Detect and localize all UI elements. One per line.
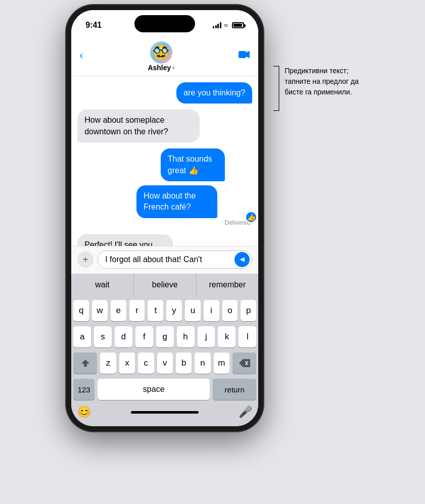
key-b[interactable]: b bbox=[176, 352, 192, 374]
contact-name-chevron-icon: › bbox=[172, 64, 174, 71]
key-r[interactable]: r bbox=[129, 300, 145, 321]
status-icons: ≈ bbox=[213, 21, 244, 29]
send-arrow-icon: ▲ bbox=[238, 256, 246, 264]
avatar[interactable]: 🥸 bbox=[150, 41, 172, 64]
video-call-button[interactable] bbox=[238, 49, 250, 62]
annotation-text: Предиктивни текст;тапните на предлог даб… bbox=[285, 66, 359, 97]
signal-bar-1 bbox=[213, 26, 214, 28]
wifi-icon: ≈ bbox=[224, 21, 228, 29]
message-text-2: That sounds great 👍 bbox=[168, 155, 212, 174]
numbers-button[interactable]: 123 bbox=[73, 379, 95, 400]
contact-name-text: Ashley bbox=[148, 64, 171, 72]
keyboard-row-3: z x c v b n m bbox=[73, 352, 256, 374]
key-o[interactable]: o bbox=[222, 300, 238, 321]
battery-icon bbox=[232, 22, 244, 28]
keyboard-bottom-row: 123 space return bbox=[73, 379, 256, 400]
message-input[interactable]: I forgot all about that! Can't ▲ bbox=[98, 250, 252, 269]
key-j[interactable]: j bbox=[198, 326, 215, 347]
key-x[interactable]: x bbox=[119, 352, 135, 374]
keyboard-row-1: q w e r t y u i o p bbox=[73, 300, 256, 321]
numbers-label: 123 bbox=[78, 385, 90, 394]
message-bubble-sent-3: How about the French café? bbox=[136, 185, 217, 218]
microphone-button[interactable]: 🎤 bbox=[239, 406, 252, 419]
return-button[interactable]: return bbox=[213, 379, 256, 400]
annotation-bracket bbox=[273, 66, 279, 111]
signal-bars-icon bbox=[213, 22, 221, 28]
message-bubble-received-4: Perfect! I'll see you there at 10:30. bbox=[77, 234, 173, 246]
svg-marker-1 bbox=[246, 51, 250, 58]
key-w[interactable]: w bbox=[92, 300, 108, 321]
key-y[interactable]: y bbox=[166, 300, 182, 321]
message-row-partial: are you thinking? bbox=[77, 82, 252, 104]
nav-top: ‹ 🥸 Ashley › bbox=[79, 39, 250, 72]
key-e[interactable]: e bbox=[111, 300, 126, 321]
tapback-container-4: Perfect! I'll see you there at 10:30. 👍 bbox=[77, 234, 214, 246]
key-t[interactable]: t bbox=[148, 300, 163, 321]
key-k[interactable]: k bbox=[218, 326, 235, 347]
contact-info: 🥸 Ashley › bbox=[148, 41, 174, 72]
key-p[interactable]: p bbox=[241, 300, 256, 321]
annotation-panel: Предиктивни текст;тапните на предлог даб… bbox=[273, 66, 359, 111]
predictive-word-1[interactable]: wait bbox=[71, 274, 134, 296]
key-g[interactable]: g bbox=[156, 326, 174, 347]
tapback-container-2: That sounds great 👍 bbox=[161, 148, 252, 181]
message-row-2: That sounds great 👍 bbox=[77, 148, 252, 181]
plus-icon: + bbox=[82, 254, 88, 266]
emoji-button[interactable]: 😊 bbox=[77, 406, 91, 419]
message-text-partial: are you thinking? bbox=[183, 88, 245, 97]
avatar-memoji: 🥸 bbox=[152, 45, 170, 60]
keyboard-emoji-row: 😊 🎤 bbox=[73, 402, 256, 424]
key-d[interactable]: d bbox=[115, 326, 132, 347]
key-u[interactable]: u bbox=[185, 300, 201, 321]
back-chevron-icon: ‹ bbox=[79, 50, 83, 61]
messages-area[interactable]: are you thinking? How about someplace do… bbox=[71, 76, 258, 246]
message-bubble-received-1: How about someplace downtown on the rive… bbox=[77, 110, 200, 142]
svg-rect-0 bbox=[239, 51, 246, 58]
key-l[interactable]: l bbox=[239, 326, 256, 347]
message-bubble-sent-partial: are you thinking? bbox=[176, 82, 252, 104]
message-text-3: How about the French café? bbox=[144, 191, 196, 211]
key-v[interactable]: v bbox=[157, 352, 173, 374]
phone-inner: 9:41 ≈ ‹ bbox=[71, 10, 258, 426]
back-button[interactable]: ‹ bbox=[79, 50, 84, 61]
input-area: + I forgot all about that! Can't ▲ bbox=[71, 246, 258, 274]
key-q[interactable]: q bbox=[73, 300, 89, 321]
key-c[interactable]: c bbox=[138, 352, 154, 374]
battery-fill bbox=[233, 24, 242, 27]
dynamic-island bbox=[134, 15, 195, 32]
return-label: return bbox=[225, 385, 245, 394]
signal-bar-3 bbox=[217, 24, 219, 28]
predictive-word-3[interactable]: remember bbox=[197, 274, 259, 296]
key-f[interactable]: f bbox=[135, 326, 153, 347]
message-row-1: How about someplace downtown on the rive… bbox=[77, 110, 252, 142]
signal-bar-4 bbox=[220, 22, 221, 28]
send-button[interactable]: ▲ bbox=[234, 252, 250, 267]
backspace-button[interactable] bbox=[232, 352, 256, 374]
home-indicator bbox=[131, 411, 199, 414]
message-input-text: I forgot all about that! Can't bbox=[105, 255, 233, 264]
predictive-word-2[interactable]: believe bbox=[134, 274, 197, 296]
phone-frame: 9:41 ≈ ‹ bbox=[66, 5, 263, 431]
message-text-1: How about someplace downtown on the rive… bbox=[84, 116, 168, 135]
contact-name[interactable]: Ashley › bbox=[148, 64, 174, 72]
key-z[interactable]: z bbox=[100, 352, 116, 374]
predictive-bar: wait believe remember bbox=[71, 274, 258, 296]
message-row-4: Perfect! I'll see you there at 10:30. 👍 bbox=[77, 234, 252, 246]
key-n[interactable]: n bbox=[195, 352, 210, 374]
tapback-icon-3: 👍 bbox=[245, 211, 257, 223]
keyboard-row-2: a s d f g h j k l bbox=[73, 326, 256, 347]
tapback-container-3: How about the French café? 👍 bbox=[136, 185, 252, 218]
add-attachment-button[interactable]: + bbox=[77, 251, 93, 268]
space-label: space bbox=[143, 385, 165, 394]
nav-header: ‹ 🥸 Ashley › bbox=[71, 35, 258, 76]
key-m[interactable]: m bbox=[214, 352, 229, 374]
key-i[interactable]: i bbox=[204, 300, 219, 321]
key-s[interactable]: s bbox=[94, 326, 112, 347]
signal-bar-2 bbox=[215, 25, 217, 28]
key-h[interactable]: h bbox=[177, 326, 195, 347]
message-row-3: How about the French café? 👍 Delivered bbox=[77, 185, 252, 226]
keyboard: q w e r t y u i o p a s d f g bbox=[71, 296, 258, 426]
key-a[interactable]: a bbox=[73, 326, 91, 347]
shift-button[interactable] bbox=[73, 352, 97, 374]
space-button[interactable]: space bbox=[98, 379, 210, 400]
